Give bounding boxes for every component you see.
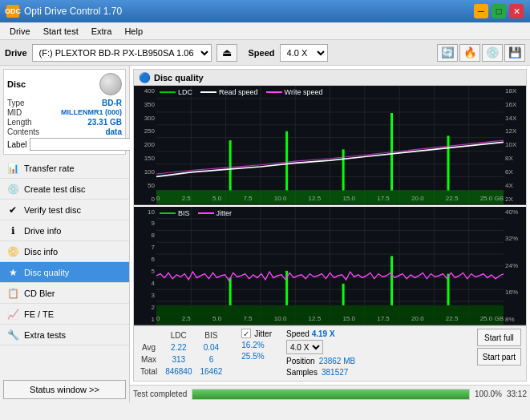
jitter-row: ✓ Jitter [241, 329, 272, 338]
extra-tests-icon: 🔧 [6, 329, 19, 341]
disc-contents-row: Contents data [7, 127, 122, 136]
menu-help[interactable]: Help [118, 25, 149, 38]
charts-container: LDC Read speed Write speed [134, 86, 526, 325]
chart-bottom-svg [156, 207, 504, 325]
sidebar-item-extra-tests[interactable]: 🔧 Extra tests [0, 325, 129, 345]
maximize-button[interactable]: □ [492, 4, 506, 18]
sidebar-item-create-test[interactable]: 💿 Create test disc [0, 179, 129, 200]
sidebar-item-disc-info-label: Disc info [24, 247, 58, 256]
x-axis-bottom: 0 2.5 5.0 7.5 10.0 12.5 15.0 17.5 20.0 2… [156, 315, 504, 325]
position-label: Position [286, 357, 315, 365]
col-header-bis: BIS [200, 330, 229, 341]
status-text: Test completed [133, 390, 187, 398]
progress-text: 100.0% [475, 390, 502, 398]
legend-write-speed: Write speed [266, 88, 323, 96]
burn-button[interactable]: 🔥 [459, 44, 480, 62]
sidebar-item-drive-info[interactable]: ℹ Drive info [0, 220, 129, 241]
sidebar-item-cd-bler[interactable]: 📋 CD Bler [0, 283, 129, 304]
sidebar-item-disc-quality-label: Disc quality [24, 268, 69, 277]
legend-jitter: Jitter [198, 209, 233, 217]
svg-rect-19 [285, 131, 288, 191]
save-button[interactable]: 💾 [504, 44, 525, 62]
samples-value: 381527 [322, 368, 348, 377]
sidebar-item-transfer-rate-label: Transfer rate [24, 164, 75, 173]
start-part-button[interactable]: Start part [477, 348, 521, 365]
jitter-checkbox[interactable]: ✓ [241, 329, 251, 338]
minimize-button[interactable]: ─ [474, 4, 488, 18]
max-jitter-value: 25.5% [241, 352, 264, 361]
disc-panel-title: Disc [7, 79, 26, 89]
quality-header-icon: 🔵 [139, 72, 151, 83]
drive-bar: Drive (F:) PLEXTOR BD-R PX-LB950SA 1.06 … [0, 40, 530, 66]
start-full-button[interactable]: Start full [477, 329, 521, 346]
y-axis-top-left: 400 350 300 250 200 150 100 50 0 [134, 86, 156, 204]
total-label: Total [140, 366, 164, 377]
svg-rect-22 [447, 135, 450, 190]
status-window-button[interactable]: Status window >> [3, 380, 126, 399]
progress-track [192, 389, 470, 400]
disc-length-value: 23.31 GB [87, 118, 122, 127]
legend-read-speed: Read speed [200, 88, 258, 96]
stats-avg-row: Avg 2.22 0.04 [140, 342, 229, 353]
title-bar-text: Opti Drive Control 1.70 [24, 6, 122, 17]
sidebar-item-transfer-rate[interactable]: 📊 Transfer rate [0, 158, 129, 179]
menu-start-test[interactable]: Start test [37, 25, 85, 38]
sidebar-item-cd-bler-label: CD Bler [24, 289, 55, 298]
disc-mid-label: MID [7, 108, 22, 117]
create-test-icon: 💿 [6, 183, 19, 196]
sidebar-item-drive-info-label: Drive info [24, 226, 61, 236]
drive-select[interactable]: (F:) PLEXTOR BD-R PX-LB950SA 1.06 [32, 44, 212, 62]
title-bar-left: ODC Opti Drive Control 1.70 [6, 5, 122, 18]
legend-bottom: BIS Jitter [160, 209, 232, 217]
samples-row: Samples 381527 [286, 367, 355, 377]
chart-top-svg [156, 86, 504, 204]
speed-select[interactable]: 4.0 X [280, 44, 328, 62]
chart-bottom: BIS Jitter 10 9 8 7 6 [134, 207, 526, 326]
chart-top: LDC Read speed Write speed [134, 86, 526, 205]
menu-drive[interactable]: Drive [3, 25, 37, 38]
y-axis-bottom-left: 10 9 8 7 6 5 4 3 2 1 [134, 207, 156, 325]
sidebar-item-verify-test[interactable]: ✔ Verify test disc [0, 200, 129, 220]
verify-test-icon: ✔ [6, 204, 19, 216]
stats-speed-select[interactable]: 4.0 X [286, 340, 323, 354]
transfer-rate-icon: 📊 [6, 162, 19, 175]
disc-length-row: Length 23.31 GB [7, 118, 122, 127]
sidebar-item-fe-te[interactable]: 📈 FE / TE [0, 304, 129, 325]
disc-mid-value: MILLENMR1 (000) [61, 108, 122, 117]
disc-panel-header: Disc [7, 73, 122, 95]
stats-max-row: Max 313 6 [140, 354, 229, 365]
eject-button[interactable]: ⏏ [216, 44, 237, 62]
time-text: 33:12 [507, 390, 527, 398]
progress-fill [192, 390, 469, 399]
sidebar-item-disc-info[interactable]: 📀 Disc info [0, 241, 129, 262]
disc-contents-label: Contents [7, 127, 39, 136]
cd-bler-icon: 📋 [6, 287, 19, 300]
jitter-label: Jitter [254, 329, 272, 338]
disc-label-input[interactable] [30, 138, 136, 151]
title-bar-controls: ─ □ ✕ [474, 4, 524, 18]
sidebar-menu: 📊 Transfer rate 💿 Create test disc ✔ Ver… [0, 158, 129, 377]
col-header-ldc: LDC [165, 330, 198, 341]
total-ldc: 846840 [165, 366, 198, 377]
disc-button[interactable]: 💿 [482, 44, 503, 62]
svg-rect-20 [342, 149, 345, 190]
speed-value: 4.19 X [312, 329, 335, 338]
max-jitter-row: 25.5% [241, 351, 272, 361]
speed-row: Speed 4.19 X [286, 329, 355, 338]
avg-ldc: 2.22 [165, 342, 198, 353]
stats-panel: LDC BIS Avg 2.22 0.04 Max 313 [134, 325, 526, 381]
stats-total-row: Total 846840 16462 [140, 366, 229, 377]
disc-length-label: Length [7, 118, 32, 127]
disc-label-row: Label ▶ [7, 138, 122, 151]
sidebar-item-verify-test-label: Verify test disc [24, 205, 81, 215]
quality-header: 🔵 Disc quality [134, 70, 526, 86]
menu-extra[interactable]: Extra [85, 25, 119, 38]
refresh-button[interactable]: 🔄 [437, 44, 458, 62]
svg-rect-45 [390, 256, 393, 305]
avg-jitter-row: 16.2% [241, 340, 272, 349]
menu-bar: Drive Start test Extra Help [0, 22, 530, 40]
sidebar-item-disc-quality[interactable]: ★ Disc quality [0, 262, 129, 283]
position-value: 23862 MB [319, 357, 356, 365]
avg-label: Avg [140, 342, 164, 353]
close-button[interactable]: ✕ [509, 4, 524, 18]
